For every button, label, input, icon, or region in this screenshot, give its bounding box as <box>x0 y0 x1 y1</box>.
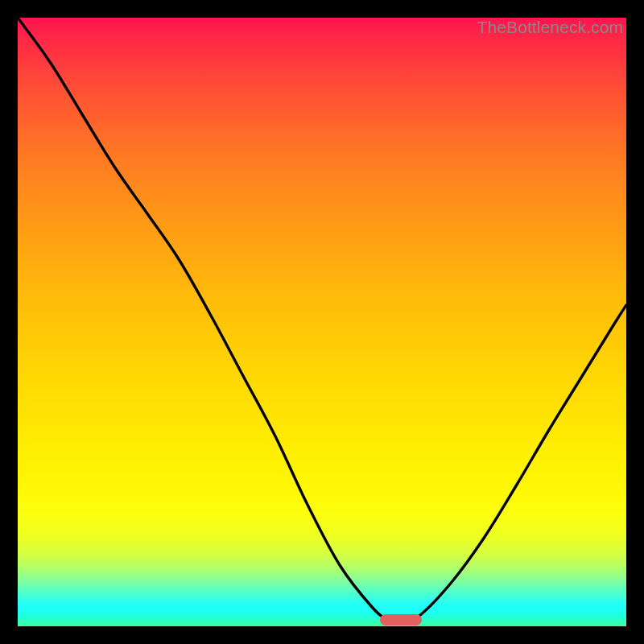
plot-area: TheBottleneck.com <box>18 18 626 626</box>
curve-svg <box>18 18 626 626</box>
optimum-marker <box>380 614 422 625</box>
chart-frame: TheBottleneck.com <box>0 0 644 644</box>
bottleneck-curve-line <box>18 18 626 623</box>
